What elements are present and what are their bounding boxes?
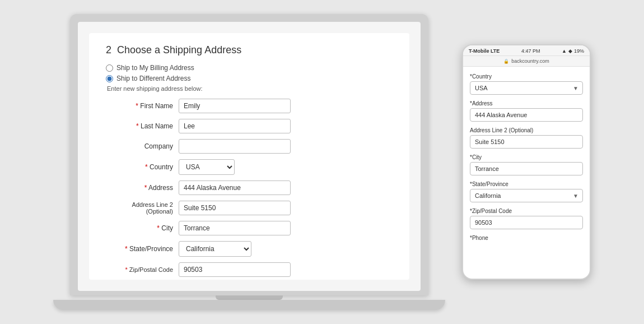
- phone-select-country[interactable]: USA Canada UK: [470, 81, 583, 95]
- input-address[interactable]: [179, 180, 291, 195]
- step-number: 2: [106, 44, 111, 56]
- laptop-base: [53, 300, 445, 310]
- phone-field-state: *State/Province California New York Texa…: [470, 181, 583, 202]
- radio-ship-different-input[interactable]: [106, 75, 113, 82]
- label-country: * Country: [106, 163, 179, 171]
- required-star: *: [145, 163, 150, 171]
- required-star: *: [136, 122, 141, 130]
- phone-form: *Country USA Canada UK ▼ *Address: [463, 67, 590, 279]
- label-address2: Address Line 2 (Optional): [106, 201, 179, 215]
- sub-label: Enter new shipping address below:: [107, 85, 393, 92]
- required-star: *: [136, 102, 140, 110]
- form-row-zip: * Zip/Postal Code: [106, 262, 393, 277]
- phone-label-country: *Country: [470, 73, 583, 80]
- select-country[interactable]: USA Canada UK Australia: [179, 159, 235, 175]
- phone-select-state[interactable]: California New York Texas: [470, 189, 583, 202]
- phone-label-state: *State/Province: [470, 181, 583, 187]
- select-state[interactable]: California New York Texas Florida: [179, 241, 251, 257]
- wifi-icon: ◆: [568, 48, 572, 54]
- form-row-country: * Country USA Canada UK Australia: [106, 159, 393, 175]
- phone-input-zip[interactable]: [470, 216, 583, 229]
- input-zip[interactable]: [179, 262, 291, 277]
- laptop-screen: 2 Choose a Shipping Address Ship to My B…: [78, 22, 421, 291]
- phone-select-wrapper-country: USA Canada UK ▼: [470, 81, 583, 95]
- phone-field-country: *Country USA Canada UK ▼: [470, 73, 583, 95]
- page-title-row: 2 Choose a Shipping Address: [106, 44, 393, 56]
- phone-label-zip: *Zip/Postal Code: [470, 208, 583, 214]
- phone-field-address2: Address Line 2 (Optional): [470, 127, 583, 149]
- radio-ship-billing-label: Ship to My Billing Address: [116, 64, 194, 72]
- phone-label-phone: *Phone: [470, 235, 583, 241]
- phone-url: backcountry.com: [511, 58, 549, 64]
- phone-input-city[interactable]: [470, 162, 583, 175]
- scene: 2 Choose a Shipping Address Ship to My B…: [0, 0, 644, 324]
- input-city[interactable]: [179, 221, 291, 235]
- phone-time: 4:47 PM: [521, 48, 540, 54]
- phone-status-right: ▲ ◆ 19%: [562, 48, 584, 54]
- form-row-address2: Address Line 2 (Optional): [106, 201, 393, 215]
- phone-label-address2: Address Line 2 (Optional): [470, 127, 583, 133]
- laptop-bezel: 2 Choose a Shipping Address Ship to My B…: [70, 14, 428, 295]
- phone-input-address2[interactable]: [470, 135, 583, 149]
- form-row-city: * City: [106, 221, 393, 235]
- phone-field-city: *City: [470, 154, 583, 175]
- required-star: *: [125, 245, 129, 253]
- phone-field-address: *Address: [470, 100, 583, 122]
- form-row-company: Company: [106, 139, 393, 154]
- page-title: Choose a Shipping Address: [117, 44, 241, 56]
- phone-field-phone: *Phone: [470, 235, 583, 241]
- lock-icon: 🔒: [503, 59, 509, 64]
- form-row-state: * State/Province California New York Tex…: [106, 241, 393, 257]
- input-first-name[interactable]: [179, 99, 291, 113]
- phone-status-bar: T-Mobile LTE 4:47 PM ▲ ◆ 19%: [463, 45, 590, 56]
- label-state: * State/Province: [106, 245, 179, 253]
- phone-wrapper: T-Mobile LTE 4:47 PM ▲ ◆ 19% 🔒 backcount…: [462, 44, 591, 280]
- laptop-notch: [216, 295, 283, 300]
- signal-icon: ▲: [562, 48, 567, 54]
- phone-url-bar: 🔒 backcountry.com: [463, 56, 590, 67]
- phone-field-zip: *Zip/Postal Code: [470, 208, 583, 229]
- phone-label-city: *City: [470, 154, 583, 160]
- radio-ship-billing[interactable]: Ship to My Billing Address: [106, 64, 393, 72]
- label-city: * City: [106, 224, 179, 232]
- label-company: Company: [106, 142, 179, 150]
- phone: T-Mobile LTE 4:47 PM ▲ ◆ 19% 🔒 backcount…: [462, 44, 591, 280]
- label-address: * Address: [106, 184, 179, 192]
- phone-input-address[interactable]: [470, 108, 583, 122]
- laptop-wrapper: 2 Choose a Shipping Address Ship to My B…: [53, 14, 445, 310]
- label-last-name: * Last Name: [106, 122, 179, 130]
- phone-carrier: T-Mobile LTE: [469, 48, 500, 54]
- form-content: 2 Choose a Shipping Address Ship to My B…: [89, 33, 409, 280]
- label-first-name: * First Name: [106, 102, 179, 110]
- label-zip: * Zip/Postal Code: [106, 266, 179, 273]
- required-star: *: [125, 266, 129, 273]
- radio-ship-billing-input[interactable]: [106, 64, 113, 72]
- input-company[interactable]: [179, 139, 291, 154]
- form-row-last-name: * Last Name: [106, 119, 393, 133]
- required-star: *: [144, 184, 148, 192]
- phone-select-wrapper-state: California New York Texas ▼: [470, 189, 583, 202]
- form-row-address: * Address: [106, 180, 393, 195]
- input-last-name[interactable]: [179, 119, 291, 133]
- input-address2[interactable]: [179, 201, 291, 215]
- battery-level: 19%: [574, 48, 584, 54]
- form-row-first-name: * First Name: [106, 99, 393, 113]
- radio-ship-different[interactable]: Ship to Different Address: [106, 75, 393, 82]
- radio-ship-different-label: Ship to Different Address: [116, 75, 191, 82]
- required-star: *: [157, 224, 161, 232]
- phone-label-address: *Address: [470, 100, 583, 107]
- radio-group: Ship to My Billing Address Ship to Diffe…: [106, 64, 393, 82]
